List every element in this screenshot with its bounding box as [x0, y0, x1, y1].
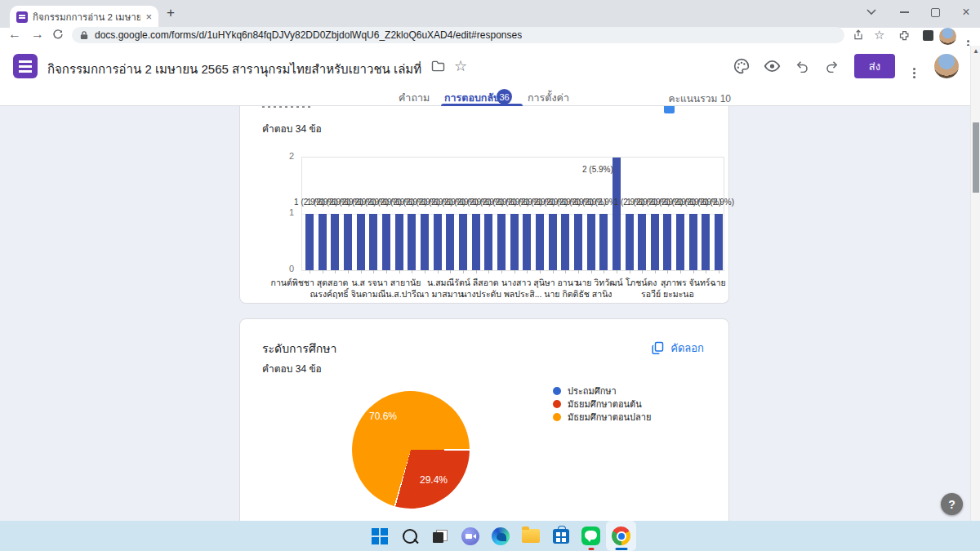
edge-button[interactable]: [485, 521, 515, 551]
search-button[interactable]: [394, 521, 425, 551]
preview-eye-icon[interactable]: [762, 56, 782, 76]
bar: [331, 214, 339, 270]
clipped-question-title: [262, 106, 311, 110]
theme-palette-icon[interactable]: [732, 56, 751, 76]
legend-item: มัธยมศึกษาตอนต้น: [553, 398, 651, 411]
x-tick: [463, 270, 464, 273]
x-tick: [348, 270, 349, 273]
pie-slice-label-red: 29.4%: [412, 474, 456, 486]
window-minimize-button[interactable]: [890, 0, 918, 24]
pie-chart-card: ระดับการศึกษา คัดลอก คำตอบ 34 ข้อ 70.6% …: [239, 318, 729, 527]
help-button[interactable]: ?: [941, 493, 963, 515]
x-axis-label: ณรงค์ฤทธิ์ จินดามณี: [310, 287, 386, 301]
bar: [305, 214, 314, 270]
url-text: docs.google.com/forms/d/1uHYkq6n84fqDJVy…: [95, 29, 522, 41]
bar: [549, 214, 557, 270]
redo-icon[interactable]: [822, 56, 842, 76]
scrollbar-thumb[interactable]: [973, 122, 979, 193]
x-tick: [438, 270, 439, 273]
microsoft-store-icon: [553, 529, 569, 544]
undo-icon[interactable]: [792, 56, 812, 76]
bar: [638, 214, 646, 270]
back-icon[interactable]: ←: [8, 25, 21, 43]
pie-legend: ประถมศึกษามัธยมศึกษาตอนต้นมัธยมศึกษาตอนป…: [553, 384, 651, 424]
forward-icon[interactable]: →: [31, 25, 44, 43]
tab-close-icon[interactable]: ×: [145, 11, 152, 22]
chrome-icon: [612, 527, 630, 545]
x-tick: [540, 270, 541, 273]
move-to-folder-icon[interactable]: [428, 56, 448, 76]
x-tick: [719, 270, 719, 273]
bar: [651, 214, 659, 270]
question-title: ระดับการศึกษา: [262, 340, 336, 358]
file-explorer-button[interactable]: [515, 521, 546, 551]
form-menu-kebab-icon[interactable]: [913, 59, 915, 73]
microsoft-store-button[interactable]: [546, 521, 576, 551]
x-tick: [553, 270, 554, 273]
reload-icon[interactable]: [52, 29, 64, 40]
copy-chart-button[interactable]: คัดลอก: [652, 340, 704, 357]
bookmark-star-icon[interactable]: ☆: [874, 26, 884, 44]
bar: [587, 214, 595, 270]
chrome-active-indicator: [615, 548, 627, 550]
answers-count-label: คำตอบ 34 ข้อ: [262, 121, 322, 136]
x-tick: [527, 270, 528, 273]
x-tick: [604, 270, 604, 273]
tab-settings[interactable]: การตั้งค่า: [528, 90, 569, 106]
bar: [561, 214, 569, 270]
task-view-icon: [433, 530, 448, 543]
google-forms-logo[interactable]: [13, 54, 38, 78]
total-score-label: คะแนนรวม 10: [645, 91, 731, 106]
screen: กิจกรรมกการอ่าน 2 เมษายน 2565 สา × + × ←…: [0, 0, 980, 551]
bar: [408, 214, 416, 270]
bar-plot: 1 (2.9%)1 (2.9%)1 (2.9%)1 (2.9%)1 (2.9%)…: [301, 157, 724, 271]
page-scrollbar[interactable]: ▲: [970, 46, 980, 521]
form-title[interactable]: กิจกรรมกการอ่าน 2 เมษายน 2565 สารานุกรมไ…: [47, 60, 425, 79]
x-tick: [642, 270, 643, 273]
url-bar[interactable]: docs.google.com/forms/d/1uHYkq6n84fqDJVy…: [72, 27, 844, 43]
task-view-button[interactable]: [425, 521, 455, 551]
lock-icon: [80, 30, 88, 40]
browser-tab[interactable]: กิจกรรมกการอ่าน 2 เมษายน 2565 สา ×: [10, 6, 158, 28]
line-button[interactable]: [576, 521, 606, 551]
chrome-button[interactable]: [606, 521, 636, 551]
share-icon[interactable]: [853, 29, 864, 41]
legend-dot: [553, 413, 561, 421]
x-tick: [655, 270, 656, 273]
legend-item: ประถมศึกษา: [553, 384, 651, 398]
x-tick: [399, 270, 400, 273]
browser-profile-avatar[interactable]: [939, 28, 956, 45]
x-axis-label: รอวีย์ ยะมะนอ: [641, 287, 694, 301]
tab-questions[interactable]: คำถาม: [399, 90, 430, 106]
extension-square-icon[interactable]: [923, 30, 933, 41]
copy-icon: [652, 341, 664, 355]
pie-slice-label-orange: 70.6%: [361, 411, 405, 422]
line-icon: [581, 527, 600, 545]
star-form-icon[interactable]: ☆: [451, 56, 470, 76]
account-avatar[interactable]: [934, 54, 959, 78]
x-tick: [335, 270, 336, 273]
start-button[interactable]: [364, 521, 394, 551]
bar: [676, 214, 684, 270]
copy-chart-icon-partial[interactable]: [664, 106, 675, 113]
chat-button[interactable]: [455, 521, 485, 551]
tab-search-chevron-icon[interactable]: [858, 0, 885, 24]
scrollbar-up-arrow-icon[interactable]: ▲: [971, 47, 980, 55]
search-icon: [403, 529, 417, 544]
send-button[interactable]: ส่ง: [854, 54, 895, 78]
pie-chart: [352, 391, 470, 509]
legend-dot: [553, 387, 561, 395]
bar: [344, 214, 352, 270]
bar: [395, 214, 403, 270]
y-tick-2: 2: [270, 151, 294, 161]
x-tick: [514, 270, 515, 273]
new-tab-button[interactable]: +: [167, 5, 175, 21]
bar-value-label: 1 (2.9%): [703, 198, 734, 207]
browser-menu-kebab-icon[interactable]: [967, 31, 969, 46]
bar: [536, 214, 544, 270]
window-maximize-button[interactable]: [921, 0, 949, 24]
bar: [369, 214, 377, 270]
extensions-puzzle-icon[interactable]: [898, 29, 911, 42]
window-close-button[interactable]: ×: [952, 0, 980, 24]
bar: [510, 214, 519, 270]
